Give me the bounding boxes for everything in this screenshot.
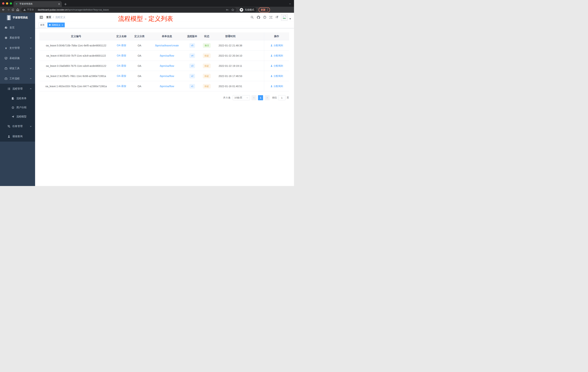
user-icon — [8, 135, 10, 138]
home-icon[interactable] — [15, 8, 20, 12]
definition-category: OA — [130, 40, 149, 50]
next-page-button[interactable] — [264, 95, 270, 100]
incognito-label: 无痕模式 — [245, 8, 254, 11]
robot-icon — [11, 106, 14, 109]
assign-rule-link[interactable]: 分配规则 — [264, 71, 289, 81]
page-size-select[interactable]: 10条/页 — [233, 95, 250, 100]
sidebar-item-label: 流程表单 — [16, 97, 27, 100]
logo-title: 芋道管理系统 — [12, 16, 28, 19]
forward-icon[interactable] — [6, 8, 10, 12]
form-link[interactable]: /bpm/oa/flow — [149, 81, 185, 91]
sidebar-item-infrastructure[interactable]: 基础设施 — [0, 53, 35, 63]
column-header-1: 定义编号 — [40, 33, 113, 40]
chevron-up-icon — [30, 77, 32, 80]
new-tab-button[interactable] — [64, 3, 67, 5]
tag-process-definition[interactable]: 流程定义× — [47, 22, 65, 27]
assign-rule-link[interactable]: 分配规则 — [264, 51, 289, 61]
incognito-icon — [240, 8, 243, 12]
assign-rule-link[interactable]: 分配规则 — [264, 61, 289, 71]
table-row: oa_leave:5:004b710b-7b8a-11ec-8ef0-acde4… — [40, 40, 289, 51]
close-window-button[interactable] — [2, 2, 4, 5]
reload-icon[interactable] — [10, 8, 15, 12]
definition-name-link[interactable]: OA 请假 — [113, 81, 130, 91]
sidebar-item-system[interactable]: 系统管理 — [0, 33, 35, 43]
back-icon[interactable] — [1, 8, 6, 12]
github-icon[interactable] — [257, 16, 260, 19]
browser-toolbar: 不安全 dashboard.yudao.iocoder.cn/bpm/manag… — [0, 7, 294, 13]
sidebar-item-label: 流程管理 — [12, 87, 22, 90]
version-badge: v4 — [185, 51, 199, 61]
filler-cell — [247, 81, 264, 91]
tab-close-icon[interactable] — [58, 3, 60, 5]
sidebar-item-process-form[interactable]: 流程表单 — [0, 94, 35, 103]
filler-cell — [247, 40, 264, 50]
status-badge: 挂起 — [199, 71, 214, 81]
page-size-value: 10条/页 — [234, 96, 242, 99]
paper-plane-icon — [11, 115, 14, 118]
definition-name-link[interactable]: OA 请假 — [113, 61, 130, 71]
tag-label: 流程定义 — [52, 23, 60, 27]
tag-label: 首页 — [40, 23, 44, 27]
url-path: /bpm/manager/definition?key=oa_leave — [67, 8, 109, 11]
sidebar-collapse-icon[interactable] — [40, 15, 43, 19]
bookmark-star-icon[interactable] — [231, 8, 234, 11]
security-warning-icon — [23, 9, 26, 11]
url-bar[interactable]: 不安全 dashboard.yudao.iocoder.cn/bpm/manag… — [21, 8, 236, 12]
goto-label: 前往 — [272, 96, 277, 99]
deploy-time: 2022-01-22 19:19:11 — [214, 61, 247, 71]
breadcrumb-home[interactable]: 首页 — [46, 16, 51, 19]
key-icon[interactable] — [226, 8, 229, 11]
sidebar-item-user-group[interactable]: 用户分组 — [0, 103, 35, 112]
page-number-button[interactable]: 1 — [258, 95, 263, 100]
chevron-down-icon — [30, 47, 32, 49]
tag-close-icon[interactable]: × — [62, 24, 63, 26]
form-link[interactable]: /bpm/oa/leave/create — [149, 40, 185, 50]
sidebar: 芋道管理系统 首页系统管理¥支付管理基础设施研发工具工作流程流程管理流程表单用户… — [0, 13, 35, 186]
search-icon[interactable] — [251, 16, 254, 19]
chevron-down-icon — [30, 125, 32, 127]
sidebar-item-workflow[interactable]: 工作流程 — [0, 74, 35, 84]
update-button[interactable]: 更新 — [259, 7, 270, 12]
monitor-icon — [5, 57, 8, 60]
user-icon — [270, 85, 273, 87]
deploy-time: 2022-01-16 17:46:53 — [214, 71, 247, 81]
deploy-time: 2022-01-22 20:34:10 — [214, 51, 247, 61]
assign-rule-link[interactable]: 分配规则 — [264, 81, 289, 91]
help-icon[interactable] — [263, 16, 266, 19]
sidebar-item-leave-query[interactable]: 请假查询 — [0, 131, 35, 142]
assign-rule-link[interactable]: 分配规则 — [264, 40, 289, 50]
sidebar-item-process-management[interactable]: 流程管理 — [0, 84, 35, 94]
caret-down-icon[interactable] — [289, 17, 291, 20]
sidebar-item-payment[interactable]: ¥支付管理 — [0, 43, 35, 53]
menu-dots-icon[interactable] — [267, 8, 268, 11]
definition-table: 定义编号定义名称定义分类表单信息流程版本状态部署时间操作 oa_leave:5:… — [40, 33, 289, 91]
goto-page-input[interactable] — [278, 95, 285, 100]
sidebar-item-home[interactable]: 首页 — [0, 22, 35, 33]
sidebar-item-process-model[interactable]: 流程模型 — [0, 112, 35, 121]
form-link[interactable]: /bpm/oa/flow — [149, 71, 185, 81]
definition-name-link[interactable]: OA 请假 — [113, 40, 130, 50]
form-link[interactable]: /bpm/oa/flow — [149, 51, 185, 61]
minimize-window-button[interactable] — [6, 2, 8, 5]
tag-home[interactable]: 首页 — [39, 22, 46, 27]
prev-page-button[interactable] — [252, 95, 257, 100]
definition-id: oa_leave:3:1fad3d93-7b75-11ec-a3c8-acde4… — [40, 61, 113, 71]
zoom-window-button[interactable] — [10, 2, 12, 5]
definition-id: oa_leave:4:991f2193-7b7f-11ec-a3c8-acde4… — [40, 51, 113, 61]
form-link[interactable]: /bpm/oa/flow — [149, 61, 185, 71]
table-header-row: 定义编号定义名称定义分类表单信息流程版本状态部署时间操作 — [40, 33, 289, 40]
avatar[interactable] — [281, 14, 287, 21]
table-row: oa_leave:4:991f2193-7b7f-11ec-a3c8-acde4… — [40, 51, 289, 61]
sidebar-item-task-management[interactable]: 任务管理 — [0, 121, 35, 131]
filler-cell — [247, 71, 264, 81]
definition-name-link[interactable]: OA 请假 — [113, 51, 130, 61]
tags-view-bar: 首页流程定义× — [35, 22, 294, 28]
list-icon — [8, 87, 10, 90]
font-size-icon[interactable]: TT — [275, 16, 278, 19]
tab-strip-chevron-down-icon[interactable] — [289, 2, 291, 6]
fullscreen-icon[interactable] — [269, 16, 273, 19]
definition-name-link[interactable]: OA 请假 — [113, 71, 130, 81]
logo-avatar — [7, 15, 11, 20]
sidebar-item-dev-tools[interactable]: 研发工具 — [0, 63, 35, 74]
browser-tab[interactable]: 芋道管理系统 — [13, 1, 62, 7]
